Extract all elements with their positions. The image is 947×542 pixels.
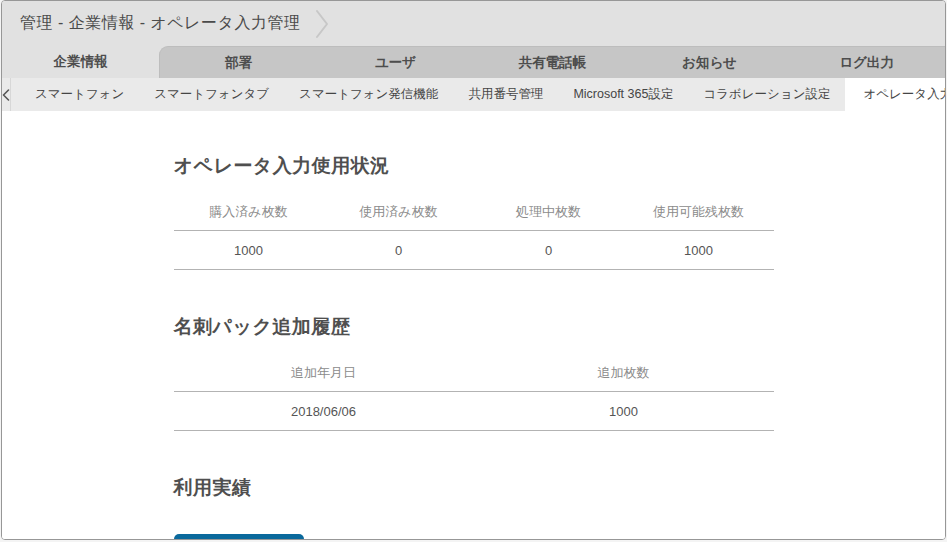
subtab-collaboration-settings[interactable]: コラボレーション設定 bbox=[688, 78, 845, 111]
column-header: 購入済み枚数 bbox=[174, 192, 324, 231]
subtab-smartphone[interactable]: スマートフォン bbox=[20, 78, 139, 111]
table-header-row: 購入済み枚数 使用済み枚数 処理中枚数 使用可能残枚数 bbox=[174, 192, 774, 231]
section-operator-input-usage: オペレータ入力使用状況 購入済み枚数 使用済み枚数 処理中枚数 使用可能残枚数 … bbox=[174, 153, 774, 270]
subtab-microsoft-365-settings[interactable]: Microsoft 365設定 bbox=[558, 78, 688, 111]
table-row: 1000 0 0 1000 bbox=[174, 231, 774, 270]
breadcrumb: 管理 - 企業情報 - オペレータ入力管理 bbox=[20, 13, 300, 34]
cell-added-date: 2018/06/06 bbox=[174, 392, 474, 431]
section-title-usage: オペレータ入力使用状況 bbox=[174, 153, 774, 179]
breadcrumb-bar: 管理 - 企業情報 - オペレータ入力管理 bbox=[2, 1, 945, 46]
tab-notice[interactable]: お知らせ bbox=[631, 47, 788, 78]
section-usage-results: 利用実績 ダウンロード bbox=[174, 475, 774, 539]
inactive-tab-strip: 部署 ユーザ 共有電話帳 お知らせ ログ出力 bbox=[159, 46, 945, 78]
subtab-shared-number-management[interactable]: 共用番号管理 bbox=[453, 78, 558, 111]
subtab-smartphone-tab[interactable]: スマートフォンタブ bbox=[139, 78, 284, 111]
subtab-scroll-left-button[interactable] bbox=[2, 78, 11, 111]
column-header: 追加枚数 bbox=[474, 353, 774, 392]
table-row: 2018/06/06 1000 bbox=[174, 392, 774, 431]
cell-purchased-count: 1000 bbox=[174, 231, 324, 270]
subtab-list: スマートフォン スマートフォンタブ スマートフォン発信機能 共用番号管理 Mic… bbox=[11, 78, 946, 111]
column-header: 使用済み枚数 bbox=[324, 192, 474, 231]
tab-user[interactable]: ユーザ bbox=[317, 47, 474, 78]
subtab-smartphone-call-function[interactable]: スマートフォン発信機能 bbox=[284, 78, 453, 111]
app-window: 管理 - 企業情報 - オペレータ入力管理 企業情報 部署 ユーザ 共有電話帳 … bbox=[1, 0, 946, 540]
column-header: 処理中枚数 bbox=[474, 192, 624, 231]
tab-shared-phonebook[interactable]: 共有電話帳 bbox=[474, 47, 631, 78]
content-area: オペレータ入力使用状況 購入済み枚数 使用済み枚数 処理中枚数 使用可能残枚数 … bbox=[2, 111, 945, 539]
table-header-row: 追加年月日 追加枚数 bbox=[174, 353, 774, 392]
cell-used-count: 0 bbox=[324, 231, 474, 270]
tab-department[interactable]: 部署 bbox=[160, 47, 317, 78]
tab-company-info[interactable]: 企業情報 bbox=[2, 46, 159, 78]
column-header: 追加年月日 bbox=[174, 353, 474, 392]
usage-table: 購入済み枚数 使用済み枚数 処理中枚数 使用可能残枚数 1000 0 0 100… bbox=[174, 192, 774, 270]
chevron-left-icon bbox=[2, 89, 10, 101]
history-table: 追加年月日 追加枚数 2018/06/06 1000 bbox=[174, 353, 774, 431]
tab-log-output[interactable]: ログ出力 bbox=[788, 47, 945, 78]
section-card-pack-history: 名刺パック追加履歴 追加年月日 追加枚数 2018/06/06 1000 bbox=[174, 314, 774, 431]
breadcrumb-chevron-icon bbox=[314, 9, 330, 39]
sub-tab-bar: スマートフォン スマートフォンタブ スマートフォン発信機能 共用番号管理 Mic… bbox=[2, 78, 945, 111]
section-title-history: 名刺パック追加履歴 bbox=[174, 314, 774, 340]
main-tab-bar: 企業情報 部署 ユーザ 共有電話帳 お知らせ ログ出力 bbox=[2, 46, 945, 78]
subtab-operator-input-management[interactable]: オペレータ入力管理 bbox=[845, 78, 946, 111]
download-button[interactable]: ダウンロード bbox=[174, 534, 305, 539]
cell-processing-count: 0 bbox=[474, 231, 624, 270]
column-header: 使用可能残枚数 bbox=[624, 192, 774, 231]
section-title-results: 利用実績 bbox=[174, 475, 774, 501]
cell-remaining-count: 1000 bbox=[624, 231, 774, 270]
cell-added-count: 1000 bbox=[474, 392, 774, 431]
